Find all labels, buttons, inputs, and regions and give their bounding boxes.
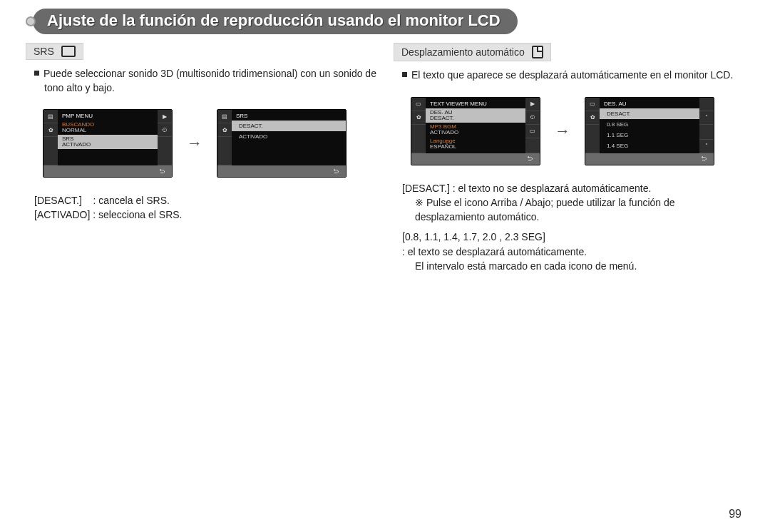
up-icon: ˄ — [699, 111, 714, 125]
device-title: TEXT VIEWER MENU — [426, 99, 525, 108]
device-text-viewer-menu: ▭ ✿ TEXT VIEWER MENU DES. AU DESACT. M — [411, 97, 540, 165]
page-title-bar: Ajuste de la función de reproducción usa… — [26, 9, 747, 34]
menu-row: BUSCANDO NORMAL — [58, 121, 158, 135]
right-rail: ˄ ˅ — [699, 98, 714, 153]
gear-icon: ✿ — [43, 123, 58, 137]
page-icon: ▭ — [585, 98, 600, 111]
option: 1.1 SEG — [600, 130, 699, 140]
title-dot-icon — [26, 16, 36, 26]
back-icon: ⮌ — [333, 168, 339, 175]
right-rail: ▶ ⏲ — [158, 110, 172, 165]
device-title: DES. AU — [600, 99, 699, 108]
gear-icon: ✿ — [585, 111, 600, 125]
device-title: SRS — [232, 111, 346, 121]
film-icon: ▤ — [43, 110, 58, 123]
device-srs-options: ▤ ✿ SRS DESACT. ACTIVADO ⮌ — [217, 109, 346, 178]
left-column: SRS Puede seleccionar sonido 3D (multiso… — [26, 43, 379, 273]
right-body: El texto que aparece se desplazará autom… — [394, 61, 747, 87]
time-icon: ⏲ — [158, 123, 172, 137]
right-rail: ▶ ⏲ ▭ — [525, 98, 540, 153]
right-column: Desplazamiento automático El texto que a… — [394, 43, 747, 273]
menu-row: Language ESPAÑOL — [426, 137, 525, 151]
arrow-right-icon: → — [187, 134, 202, 153]
play-icon: ▶ — [525, 98, 540, 111]
sidebar-icons: ▭ ✿ — [585, 98, 600, 153]
sidebar-icons: ▤ ✿ — [217, 110, 232, 165]
right-screenshots: ▭ ✿ TEXT VIEWER MENU DES. AU DESACT. M — [394, 87, 747, 175]
section-heading-srs: SRS — [26, 43, 83, 60]
device-title: PMP MENU — [58, 111, 158, 121]
device-footer: ⮌ — [411, 153, 540, 165]
section-heading-label: Desplazamiento automático — [401, 46, 525, 58]
device-footer: ⮌ — [585, 153, 714, 165]
option: 1.4 SEG — [600, 140, 699, 151]
menu-row-selected: SRS ACTIVADO — [58, 135, 158, 149]
down-icon: ˅ — [699, 140, 714, 153]
menu-row-selected: DES. AU DESACT. — [426, 108, 525, 123]
menu-row: MP3 BGM ACTIVADO — [426, 123, 525, 137]
film-icon: ▤ — [217, 110, 232, 123]
sidebar-icons: ▭ ✿ — [411, 98, 426, 153]
back-icon: ⮌ — [701, 155, 707, 162]
device-footer: ⮌ — [217, 165, 346, 177]
left-screenshots: ▤ ✿ PMP MENU BUSCANDO NORMAL SRS — [26, 99, 379, 188]
device-footer: ⮌ — [43, 165, 172, 177]
device-autoscroll-options: ▭ ✿ DES. AU DESACT. 0.8 SEG 1.1 SEG 1.4 … — [585, 97, 714, 165]
film-strip-icon — [61, 46, 76, 57]
option-selected: DESACT. — [232, 121, 346, 131]
option-selected: DESACT. — [600, 108, 699, 119]
section-heading-label: SRS — [34, 46, 54, 57]
arrow-right-icon: → — [555, 122, 570, 140]
page-icon: ▭ — [411, 98, 426, 111]
page-icon: ▭ — [525, 125, 540, 138]
section-heading-autoscroll: Desplazamiento automático — [394, 43, 551, 61]
gear-icon: ✿ — [411, 111, 426, 125]
right-definitions: [DESACT.] : el texto no se desplazará au… — [394, 175, 747, 274]
reference-mark-icon: ※ — [415, 197, 423, 208]
page-title: Ajuste de la función de reproducción usa… — [33, 9, 518, 34]
time-icon: ⏲ — [525, 111, 540, 125]
square-bullet-icon — [402, 72, 407, 77]
page-icon — [532, 46, 543, 58]
sidebar-icons: ▤ ✿ — [43, 110, 58, 165]
option: ACTIVADO — [232, 131, 346, 142]
back-icon: ⮌ — [159, 168, 165, 175]
option: 0.8 SEG — [600, 119, 699, 130]
square-bullet-icon — [34, 71, 39, 76]
play-icon: ▶ — [158, 110, 172, 123]
left-definitions: [DESACT.] : cancela el SRS. [ACTIVADO] :… — [26, 188, 379, 222]
back-icon: ⮌ — [527, 155, 533, 162]
page-number: 99 — [729, 508, 741, 521]
device-pmp-menu: ▤ ✿ PMP MENU BUSCANDO NORMAL SRS — [43, 109, 173, 178]
gear-icon: ✿ — [217, 123, 232, 137]
left-body: Puede seleccionar sonido 3D (multisonido… — [26, 60, 379, 99]
